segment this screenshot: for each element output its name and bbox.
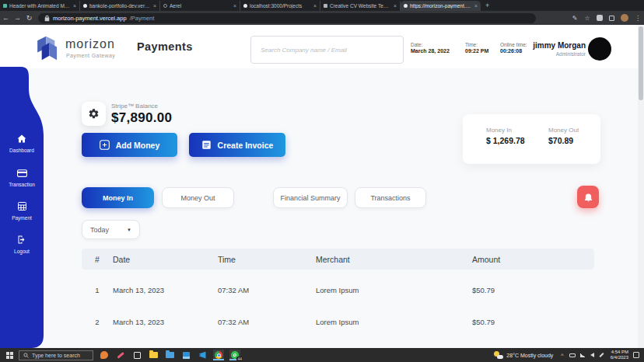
- create-invoice-button[interactable]: Create Invoice: [189, 133, 285, 157]
- taskbar-app-vscode[interactable]: [197, 350, 208, 360]
- user-avatar[interactable]: [588, 37, 611, 61]
- action-center-icon[interactable]: [633, 352, 639, 358]
- browser-profile-avatar[interactable]: [621, 14, 628, 22]
- home-icon: [17, 134, 26, 143]
- money-out-label: Money Out: [548, 127, 579, 134]
- url-host: morizon-payment.vercel.app: [53, 15, 127, 22]
- browser-tab[interactable]: Creative CV Website Template | ×: [320, 1, 401, 11]
- browser-tab[interactable]: Aerel ×: [160, 1, 240, 11]
- search-input[interactable]: [250, 36, 404, 64]
- money-out-summary: Money Out $70.89: [548, 127, 579, 145]
- tab-label: Money Out: [180, 194, 215, 202]
- taskbar-search[interactable]: Type here to search: [19, 350, 93, 360]
- edit-icon[interactable]: ✎: [569, 15, 581, 22]
- table-body: 1 March 13, 2023 07:32 AM Lorem Ipsum $5…: [82, 270, 594, 333]
- browser-toolbar: ← → ↻ morizon-payment.vercel.app/Payment…: [0, 11, 644, 25]
- tab-title: localhost:3000/Projects: [250, 3, 311, 9]
- period-dropdown[interactable]: Today ▼: [82, 220, 140, 239]
- logout-icon: [17, 235, 26, 244]
- tray-chevron-up-icon[interactable]: ^: [561, 353, 563, 358]
- tab-close-icon[interactable]: ×: [474, 3, 478, 9]
- money-out-value: $70.89: [548, 136, 579, 145]
- folder-icon: [149, 352, 158, 358]
- browser-menu-icon[interactable]: ⋮: [632, 15, 644, 22]
- cell-merchant: Lorem Ipsum: [316, 286, 472, 294]
- browser-tab-active[interactable]: https://morizon-payment.vercel... ×: [401, 1, 481, 11]
- tab-favicon: [3, 4, 7, 8]
- extension-icon[interactable]: [609, 16, 614, 21]
- money-in-value: $ 1,269.78: [486, 136, 525, 145]
- table-row[interactable]: 2 March 13, 2023 07:32 AM Lorem Ipsum $5…: [82, 301, 594, 333]
- back-icon[interactable]: ←: [0, 14, 12, 22]
- cell-merchant: Lorem Ipsum: [316, 318, 472, 326]
- browser-tab[interactable]: localhost:3000/Projects ×: [240, 1, 320, 11]
- tab-title: Creative CV Website Template |: [330, 3, 391, 9]
- notifications-button[interactable]: [577, 186, 599, 208]
- sidebar-item-logout[interactable]: Logout: [0, 233, 44, 254]
- create-invoice-label: Create Invoice: [218, 141, 274, 150]
- tab-money-in[interactable]: Money In: [82, 187, 154, 208]
- tab-money-out[interactable]: Money Out: [162, 187, 234, 208]
- balance-value: $7,890.00: [111, 110, 172, 126]
- battery-icon[interactable]: [569, 353, 576, 357]
- tab-close-icon[interactable]: ×: [233, 3, 236, 9]
- address-bar[interactable]: morizon-payment.vercel.app/Payment: [38, 13, 536, 23]
- weather-text[interactable]: 28°C Mostly cloudy: [506, 353, 553, 358]
- scrollbar-thumb[interactable]: [639, 26, 643, 100]
- pen-settings-icon[interactable]: [599, 354, 604, 356]
- reload-icon[interactable]: ↻: [23, 14, 35, 22]
- settings-button[interactable]: [82, 102, 106, 126]
- sidebar-item-transaction[interactable]: Transaction: [0, 166, 44, 187]
- credit-card-icon: [17, 169, 27, 177]
- table-row[interactable]: 1 March 13, 2023 07:32 AM Lorem Ipsum $5…: [82, 270, 594, 301]
- app-icon: [100, 351, 108, 359]
- sidebar-item-label: Dashboard: [0, 148, 44, 153]
- volume-icon[interactable]: [590, 353, 594, 357]
- bookmark-star-icon[interactable]: ☆: [581, 15, 593, 22]
- tab-transactions[interactable]: Transactions: [355, 187, 426, 208]
- page-scrollbar[interactable]: [638, 25, 644, 348]
- taskbar-clock[interactable]: 4:54 PM 6/4/2023: [611, 350, 628, 360]
- browser-tab[interactable]: bankole-portfolio-dev.vercel.app ×: [80, 1, 160, 11]
- taskbar-app-pen[interactable]: [115, 350, 126, 360]
- task-view-button[interactable]: [131, 350, 142, 360]
- cell-amount: $50.79: [472, 318, 594, 326]
- browser-tab[interactable]: Header with Animated Menu ×: [0, 1, 80, 11]
- taskbar-app-chrome[interactable]: [213, 350, 224, 360]
- tab-label: Transactions: [370, 194, 410, 202]
- weather-icon: [494, 351, 503, 359]
- new-tab-button[interactable]: +: [485, 1, 489, 11]
- tab-label: Financial Summary: [280, 194, 340, 202]
- taskbar-app-store[interactable]: [180, 350, 191, 360]
- start-button[interactable]: [6, 352, 13, 359]
- col-amount: Amount: [472, 255, 594, 264]
- sidebar-item-label: Transaction: [0, 182, 44, 187]
- tab-title: https://morizon-payment.vercel...: [410, 3, 472, 9]
- taskbar-app-lively[interactable]: [99, 350, 110, 360]
- tab-close-icon[interactable]: ×: [313, 3, 317, 9]
- extensions-icon[interactable]: [597, 15, 603, 21]
- sidebar-item-payment[interactable]: Payment: [0, 200, 44, 221]
- tab-close-icon[interactable]: ×: [394, 3, 397, 9]
- taskbar-app-explorer[interactable]: [148, 350, 159, 360]
- forward-icon[interactable]: →: [12, 14, 23, 22]
- tab-favicon: [324, 4, 327, 8]
- pen-icon: [117, 352, 124, 358]
- tab-close-icon[interactable]: ×: [153, 3, 156, 9]
- table-header: # Date Time Merchant Amount: [82, 249, 594, 270]
- whatsapp-badge: 44: [236, 357, 243, 361]
- plus-box-icon: [100, 140, 110, 150]
- tab-close-icon[interactable]: ×: [73, 3, 76, 9]
- add-money-button[interactable]: Add Money: [82, 133, 177, 157]
- network-icon[interactable]: [580, 353, 586, 357]
- vscode-icon: [199, 352, 206, 359]
- date-label: Date:: [411, 42, 450, 47]
- col-time: Time: [218, 255, 316, 264]
- taskbar-app-folder-blue[interactable]: [164, 350, 175, 360]
- morizon-logo-icon: [35, 34, 61, 62]
- tab-financial-summary[interactable]: Financial Summary: [273, 187, 348, 208]
- taskbar-app-whatsapp[interactable]: 44: [229, 350, 240, 360]
- sidebar-item-label: Logout: [0, 249, 44, 254]
- sidebar-item-dashboard[interactable]: Dashboard: [0, 132, 44, 153]
- tab-favicon: [243, 4, 247, 8]
